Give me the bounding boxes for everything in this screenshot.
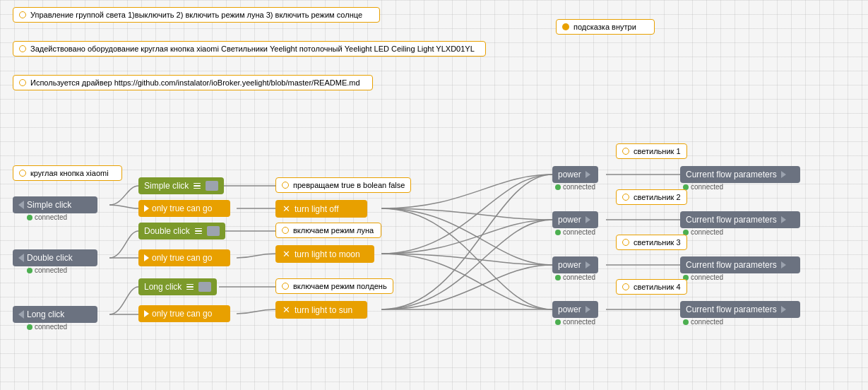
prevr-true-label: превращаем true в bolean false xyxy=(293,181,405,189)
double-click-green[interactable]: Double click xyxy=(138,223,225,240)
comment-node-2: Задействовано оборудование круглая кнопк… xyxy=(13,41,486,57)
long-click-green-icon xyxy=(186,284,194,290)
power4-port xyxy=(585,306,590,313)
svetilnik4-dot xyxy=(622,283,629,290)
turn-sun-icon: ✕ xyxy=(283,305,290,315)
cfp3-label: Current flow parameters xyxy=(686,260,777,270)
power3-wrapper: power connected xyxy=(552,256,598,273)
cfp1-status-text: connected xyxy=(691,183,723,191)
turn-moon-wrapper: ✕ turn light to moon xyxy=(275,245,374,263)
only-true-long-label: only true can go xyxy=(152,309,212,319)
only-true-long-icon xyxy=(144,310,149,317)
cfp4-wrapper: Current flow parameters connected xyxy=(680,301,800,318)
only-true-simple-icon xyxy=(144,205,149,212)
turn-light-off[interactable]: ✕ turn light off xyxy=(275,200,367,218)
cfp3[interactable]: Current flow parameters xyxy=(680,256,800,273)
double-click-green-icon xyxy=(195,228,202,235)
comment-text-3: Используется драйвер https://github.com/… xyxy=(30,78,360,87)
svetilnik2-label: светильник 2 xyxy=(634,193,681,201)
comment-text-2: Задействовано оборудование круглая кнопк… xyxy=(30,45,475,53)
turn-light-off-wrapper: ✕ turn light off xyxy=(275,200,367,218)
cfp2[interactable]: Current flow parameters xyxy=(680,211,800,228)
canvas: Управление группой света 1)выключить 2) … xyxy=(0,0,868,390)
simple-click-green-icon xyxy=(194,183,201,189)
turn-sun-label: turn light to sun xyxy=(295,305,352,315)
only-true-double[interactable]: only true can go xyxy=(138,249,230,266)
turn-moon[interactable]: ✕ turn light to moon xyxy=(275,245,374,263)
turn-sun-wrapper: ✕ turn light to sun xyxy=(275,301,367,319)
vkl-polden-node: включаем режим полдень xyxy=(275,278,393,294)
cfp4[interactable]: Current flow parameters xyxy=(680,301,800,318)
long-click-green-wrapper: Long click xyxy=(138,278,217,295)
svetilnik3-label: светильник 3 xyxy=(634,238,681,247)
cfp1[interactable]: Current flow parameters xyxy=(680,166,800,183)
comment-text-1: Управление группой света 1)выключить 2) … xyxy=(30,11,362,19)
comment-text-4: подсказка внутри xyxy=(573,23,636,31)
cfp4-port xyxy=(781,306,786,313)
simple-click-green-btn xyxy=(206,181,218,191)
svetilnik4-label: светильник 4 xyxy=(634,283,681,291)
cfp4-status-text: connected xyxy=(691,318,723,326)
long-click-status-dot xyxy=(27,324,32,330)
only-true-simple-wrapper: only true can go xyxy=(138,200,230,217)
cfp2-port xyxy=(781,216,786,223)
comment-node-1: Управление группой света 1)выключить 2) … xyxy=(13,7,380,23)
power4-status: connected xyxy=(555,318,595,326)
power1[interactable]: power xyxy=(552,166,598,183)
kruglay-node: круглая кнопка xiaomi xyxy=(13,165,122,181)
power4-status-dot xyxy=(555,319,561,325)
double-click-green-label: Double click xyxy=(144,226,190,236)
simple-click-status-dot xyxy=(27,215,32,220)
cfp4-label: Current flow parameters xyxy=(686,305,777,314)
cfp1-wrapper: Current flow parameters connected xyxy=(680,166,800,183)
simple-click-status-text: connected xyxy=(35,213,67,221)
cfp3-status: connected xyxy=(683,273,723,281)
power3[interactable]: power xyxy=(552,256,598,273)
turn-moon-label: turn light to moon xyxy=(295,249,360,259)
long-click-status-text: connected xyxy=(35,323,67,331)
comment-dot-1 xyxy=(19,11,26,18)
power2-status-text: connected xyxy=(563,228,595,236)
power1-label: power xyxy=(558,170,581,179)
power4-label: power xyxy=(558,305,581,314)
svetilnik3-dot xyxy=(622,239,629,246)
svetilnik2-dot xyxy=(622,194,629,201)
simple-click-green[interactable]: Simple click xyxy=(138,177,224,194)
cfp1-port xyxy=(781,171,786,178)
long-click-input[interactable]: Long click xyxy=(13,306,97,323)
vkl-polden-dot xyxy=(282,283,289,290)
simple-click-input-label: Simple click xyxy=(27,200,71,210)
double-click-input-wrapper: Double click connected xyxy=(13,249,97,266)
svetilnik1-dot xyxy=(622,148,629,155)
cfp3-port xyxy=(781,261,786,268)
power2[interactable]: power xyxy=(552,211,598,228)
long-click-input-port-left xyxy=(18,310,24,319)
power2-port xyxy=(585,216,590,223)
double-click-status-dot xyxy=(27,268,32,273)
turn-sun[interactable]: ✕ turn light to sun xyxy=(275,301,367,319)
power2-wrapper: power connected xyxy=(552,211,598,228)
vkl-luna-label: включаем режим луна xyxy=(293,226,374,235)
power3-label: power xyxy=(558,260,581,270)
cfp3-status-text: connected xyxy=(691,273,723,281)
comment-dot-2 xyxy=(19,45,26,52)
kruglay-dot xyxy=(19,170,26,177)
only-true-double-label: only true can go xyxy=(152,253,212,263)
only-true-double-wrapper: only true can go xyxy=(138,249,230,266)
power4[interactable]: power xyxy=(552,301,598,318)
prevr-true-dot xyxy=(282,182,289,189)
only-true-simple[interactable]: only true can go xyxy=(138,200,230,217)
simple-click-input[interactable]: Simple click xyxy=(13,196,97,213)
power2-status-dot xyxy=(555,230,561,235)
double-click-status: connected xyxy=(27,266,67,274)
svetilnik3-node: светильник 3 xyxy=(616,235,687,250)
power4-status-text: connected xyxy=(563,318,595,326)
comment-dot-3 xyxy=(19,79,26,86)
power1-status-dot xyxy=(555,184,561,190)
double-click-input[interactable]: Double click xyxy=(13,249,97,266)
long-click-green[interactable]: Long click xyxy=(138,278,217,295)
turn-moon-icon: ✕ xyxy=(283,249,290,259)
only-true-long[interactable]: only true can go xyxy=(138,305,230,322)
simple-click-input-wrapper: Simple click connected xyxy=(13,196,97,213)
power4-wrapper: power connected xyxy=(552,301,598,318)
